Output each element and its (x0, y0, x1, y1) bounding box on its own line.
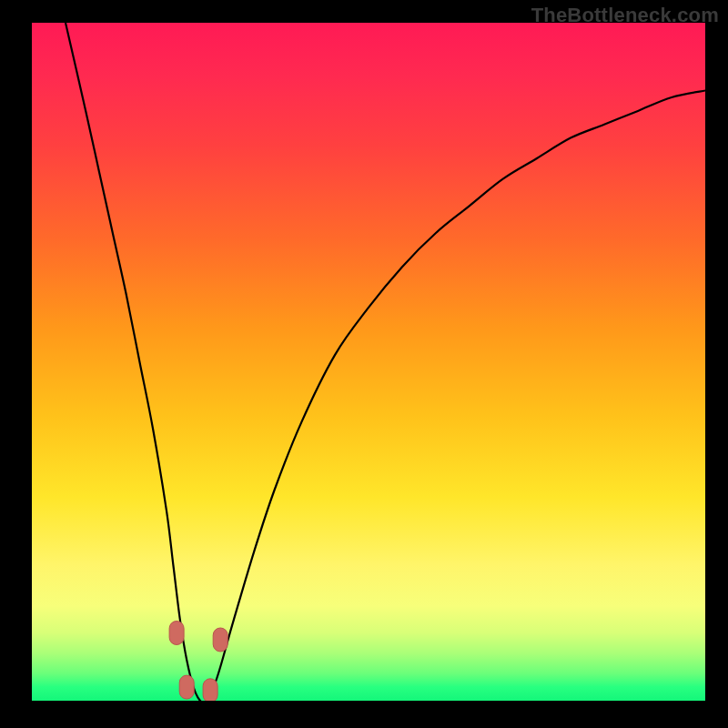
marker-group (169, 622, 228, 702)
curve-svg (32, 23, 705, 701)
bottleneck-curve-path (66, 23, 705, 701)
marker-c (203, 679, 217, 701)
marker-a (169, 622, 184, 645)
watermark-text: TheBottleneck.com (531, 4, 719, 27)
marker-b (179, 675, 194, 699)
chart-frame: TheBottleneck.com (0, 0, 728, 728)
plot-area (32, 23, 705, 701)
marker-d (213, 628, 228, 652)
